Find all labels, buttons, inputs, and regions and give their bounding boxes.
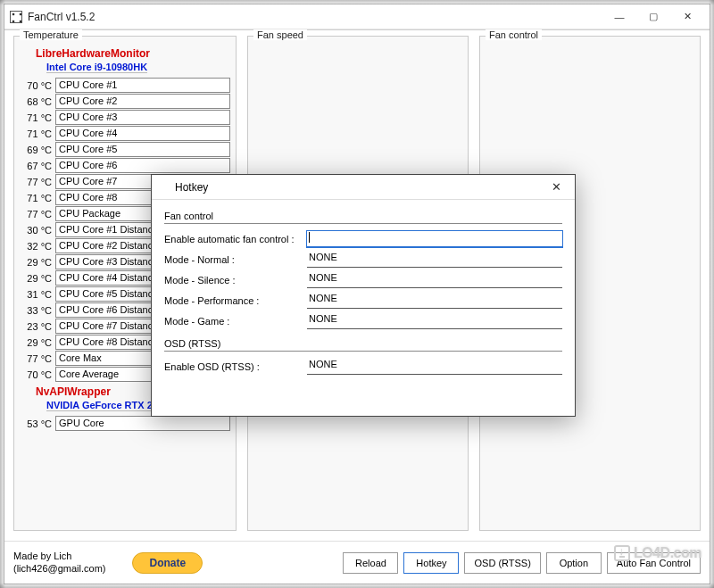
watermark: LO4D.com [614, 545, 702, 561]
hotkey-row: Mode - Silence :NONE [164, 272, 562, 288]
hotkey-section-fan-control: Fan control [164, 211, 562, 221]
hotkey-row: Mode - Game :NONE [164, 313, 562, 329]
temp-source-lhm: LibreHardwareMonitor [36, 47, 230, 60]
hotkey-input[interactable]: NONE [307, 313, 562, 329]
hotkey-label: Mode - Normal : [164, 254, 307, 265]
temp-name-input[interactable]: GPU Core [55, 416, 230, 431]
temp-row: 71 °CCPU Core #4 [20, 126, 230, 141]
temp-row: 53 °CGPU Core [20, 416, 230, 431]
hotkey-label: Mode - Silence : [164, 275, 307, 286]
temp-value: 70 °C [20, 80, 55, 91]
hotkey-section-osd: OSD (RTSS) [164, 338, 562, 349]
hotkey-input-osd[interactable]: NONE [307, 359, 562, 375]
hotkey-title: Hotkey [175, 181, 544, 194]
credits: Made by Lich (lich426@gmail.com) [13, 551, 105, 574]
temp-value: 68 °C [20, 96, 55, 107]
option-button[interactable]: Option [546, 552, 602, 574]
temp-value: 71 °C [20, 193, 55, 203]
temp-value: 23 °C [20, 321, 55, 332]
hotkey-button[interactable]: Hotkey [403, 552, 459, 574]
temp-row: 68 °CCPU Core #2 [20, 94, 230, 109]
download-icon [614, 545, 630, 561]
credits-line2: (lich426@gmail.com) [13, 563, 105, 575]
window-title: FanCtrl v1.5.2 [28, 11, 602, 23]
hotkey-label: Mode - Game : [164, 316, 307, 327]
temp-value: 30 °C [20, 225, 55, 236]
temp-row: 71 °CCPU Core #3 [20, 110, 230, 125]
temp-value: 29 °C [20, 337, 55, 348]
watermark-text: LO4D.com [634, 545, 702, 561]
divider [164, 223, 562, 224]
temp-name-input[interactable]: CPU Core #5 [55, 142, 230, 157]
osd-rtss-button[interactable]: OSD (RTSS) [464, 552, 540, 574]
hotkey-label: Enable automatic fan control : [164, 234, 307, 244]
temp-value: 31 °C [20, 289, 55, 300]
hotkey-label-osd: Enable OSD (RTSS) : [164, 361, 307, 372]
hotkey-row: Mode - Normal :NONE [164, 252, 562, 268]
temp-name-input[interactable]: CPU Core #4 [55, 126, 230, 141]
hotkey-input[interactable]: NONE [307, 252, 562, 268]
hotkey-row: Enable automatic fan control : [164, 231, 562, 247]
temp-name-input[interactable]: CPU Core #1 [55, 78, 230, 93]
temp-name-input[interactable]: CPU Core #3 [55, 110, 230, 125]
temp-value: 77 °C [20, 177, 55, 187]
temp-value: 53 °C [20, 418, 55, 429]
main-titlebar: FanCtrl v1.5.2 — ▢ ✕ [4, 4, 710, 29]
hotkey-label: Mode - Performance : [164, 295, 307, 306]
temp-value: 77 °C [20, 353, 55, 364]
temp-value: 71 °C [20, 128, 55, 139]
temp-row: 70 °CCPU Core #1 [20, 78, 230, 93]
maximize-button[interactable]: ▢ [636, 4, 670, 29]
hotkey-input[interactable] [307, 231, 562, 247]
hotkey-input[interactable]: NONE [307, 272, 562, 288]
temp-value: 32 °C [20, 241, 55, 252]
hotkey-input[interactable]: NONE [307, 293, 562, 309]
close-button[interactable]: ✕ [670, 4, 704, 29]
temp-value: 67 °C [20, 161, 55, 171]
temp-value: 70 °C [20, 369, 55, 380]
divider [164, 351, 562, 352]
temp-value: 77 °C [20, 209, 55, 219]
temp-row: 67 °CCPU Core #6 [20, 158, 230, 173]
reload-button[interactable]: Reload [343, 552, 398, 574]
footer-bar: Made by Lich (lich426@gmail.com) Donate … [4, 541, 710, 584]
temp-value: 69 °C [20, 145, 55, 155]
donate-button[interactable]: Donate [132, 552, 203, 574]
credits-line1: Made by Lich [13, 551, 105, 562]
hotkey-row-osd: Enable OSD (RTSS) : NONE [164, 359, 562, 375]
hotkey-dialog: Hotkey ✕ Fan control Enable automatic fa… [151, 174, 576, 417]
temp-value: 71 °C [20, 112, 55, 123]
temp-value: 33 °C [20, 305, 55, 316]
temp-name-input[interactable]: CPU Core #2 [55, 94, 230, 109]
temp-row: 69 °CCPU Core #5 [20, 142, 230, 157]
temp-device-cpu: Intel Core i9-10980HK [46, 62, 147, 73]
hotkey-close-button[interactable]: ✕ [544, 180, 568, 194]
fan-speed-panel-label: Fan speed [253, 29, 307, 40]
temp-value: 29 °C [20, 273, 55, 284]
hotkey-row: Mode - Performance :NONE [164, 293, 562, 309]
temp-name-input[interactable]: CPU Core #6 [55, 158, 230, 173]
dialog-icon [159, 182, 170, 193]
hotkey-titlebar: Hotkey ✕ [152, 175, 575, 200]
temp-value: 29 °C [20, 257, 55, 268]
app-icon [10, 11, 22, 23]
temperature-panel-label: Temperature [20, 29, 82, 40]
minimize-button[interactable]: — [602, 4, 636, 29]
fan-control-panel-label: Fan control [486, 29, 542, 40]
